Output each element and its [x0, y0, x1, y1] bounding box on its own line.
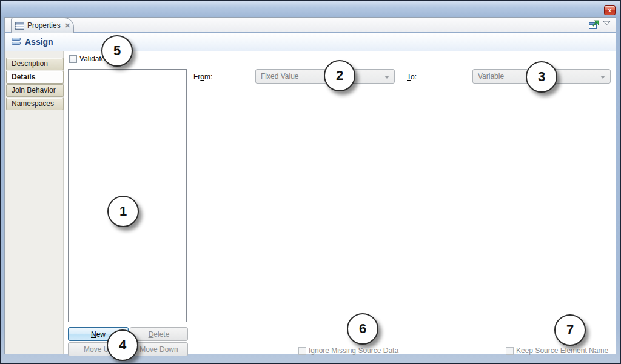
form-header: Assign	[5, 33, 616, 51]
keep-source-element-name-label: Keep Source Element Name	[516, 346, 608, 355]
from-label: From:	[193, 73, 212, 81]
callout-6: 6	[347, 313, 378, 345]
from-combo-arrow-icon	[384, 76, 389, 79]
restore-view-icon[interactable]	[588, 19, 599, 30]
sidebar-item-join-behavior[interactable]: Join Behavior	[6, 84, 64, 97]
to-combo-arrow-icon	[600, 76, 605, 79]
ignore-missing-source-data-label: Ignore Missing Source Data	[309, 346, 398, 355]
delete-button[interactable]: Delete	[130, 327, 188, 341]
page-title: Assign	[25, 37, 53, 47]
sidebar-item-description[interactable]: Description	[6, 58, 64, 70]
validate-label: Validate	[79, 55, 106, 63]
callout-4: 4	[107, 329, 138, 361]
sidebar-item-details[interactable]: Details	[6, 71, 64, 84]
ignore-missing-source-data-checkbox[interactable]	[298, 347, 306, 355]
tab-properties[interactable]: Properties ✕	[11, 18, 74, 33]
callout-7: 7	[554, 314, 586, 346]
view-client-area: Properties ✕	[4, 17, 616, 354]
view-tab-bar: Properties ✕	[5, 18, 616, 33]
assign-icon	[12, 38, 21, 46]
properties-window: x Properties ✕	[0, 0, 621, 364]
tab-properties-label: Properties	[27, 21, 61, 30]
tab-close-icon[interactable]: ✕	[65, 22, 70, 30]
keep-source-element-name-checkbox[interactable]	[506, 347, 514, 355]
sidebar-item-namespaces[interactable]: Namespaces	[6, 98, 64, 110]
from-combo-value: Fixed Value	[261, 72, 298, 81]
to-combo-value: Variable	[478, 72, 504, 81]
to-label: To:	[407, 73, 417, 81]
validate-checkbox[interactable]	[69, 55, 77, 63]
move-down-button[interactable]: Move Down	[130, 342, 188, 356]
callout-1: 1	[107, 196, 139, 227]
callout-2: 2	[324, 60, 355, 91]
sidebar: Description Details Join Behavior Namesp…	[5, 51, 64, 354]
view-menu-chevron-icon[interactable]	[603, 21, 611, 25]
window-close-button[interactable]: x	[604, 5, 616, 15]
properties-table-icon	[15, 22, 24, 30]
view-toolbar	[588, 19, 611, 30]
callout-5: 5	[101, 35, 133, 67]
callout-3: 3	[526, 61, 557, 93]
